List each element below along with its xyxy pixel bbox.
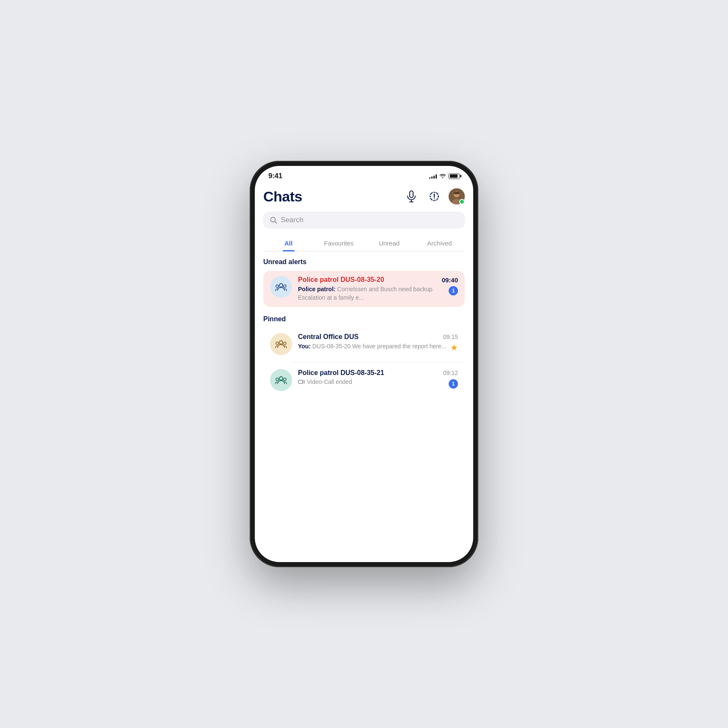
alert-bell-button[interactable] xyxy=(426,188,443,205)
video-call-preview: Video-Call ended xyxy=(298,378,352,385)
svg-point-13 xyxy=(279,341,283,344)
chat-preview-central: You: DUS-08-35-20 We have prepared the r… xyxy=(298,342,446,351)
battery-icon xyxy=(449,174,460,179)
svg-point-11 xyxy=(276,285,279,287)
chat-item-police-patrol-alert[interactable]: Police patrol DUS-08-35-20 09:40 Police … xyxy=(263,271,465,307)
chat-meta-patrol21: Video-Call ended 1 xyxy=(298,378,458,389)
online-status-dot xyxy=(459,199,465,204)
tab-favourites[interactable]: Favourites xyxy=(314,236,364,251)
unread-badge-alert: 1 xyxy=(449,286,458,295)
unread-alerts-label: Unread alerts xyxy=(263,258,465,266)
pinned-label: Pinned xyxy=(263,315,465,323)
chat-name-alert: Police patrol DUS-08-35-20 xyxy=(298,276,384,284)
status-time: 9:41 xyxy=(268,172,282,180)
tab-archived[interactable]: Archived xyxy=(414,236,465,251)
app-content: Chats xyxy=(255,184,473,562)
chat-content-alert: Police patrol DUS-08-35-20 09:40 Police … xyxy=(298,276,458,302)
chat-list: Unread alerts xyxy=(263,251,465,562)
chat-header-patrol21: Police patrol DUS-08-35-21 09:12 xyxy=(298,369,458,377)
alert-bell-icon xyxy=(429,191,440,202)
group-icon-central xyxy=(275,339,287,349)
chat-name-central: Central Office DUS xyxy=(298,333,358,341)
unread-badge-patrol21: 1 xyxy=(449,379,458,389)
chat-content-patrol-21: Police patrol DUS-08-35-21 09:12 Video-C… xyxy=(298,369,458,389)
svg-point-15 xyxy=(284,342,286,345)
divider xyxy=(291,362,465,362)
chat-name-patrol21: Police patrol DUS-08-35-21 xyxy=(298,369,384,377)
chat-item-central-office[interactable]: Central Office DUS 09:15 You: DUS-08-35-… xyxy=(263,328,465,360)
page-title: Chats xyxy=(263,188,302,205)
svg-point-17 xyxy=(276,378,279,381)
chat-time-alert: 09:40 xyxy=(442,276,458,284)
header: Chats xyxy=(263,184,465,212)
header-actions xyxy=(403,188,465,205)
svg-point-4 xyxy=(434,198,435,199)
chat-meta-alert: Police patrol: Cornelssen and Busch need… xyxy=(298,285,458,302)
video-call-text: Video-Call ended xyxy=(307,378,352,385)
chat-time-patrol21: 09:12 xyxy=(443,370,458,376)
chat-avatar-central-office xyxy=(270,333,292,355)
chat-avatar-alert xyxy=(270,276,292,298)
status-bar: 9:41 xyxy=(255,166,473,184)
microphone-button[interactable] xyxy=(403,188,420,205)
chat-preview-alert: Police patrol: Cornelssen and Busch need… xyxy=(298,285,449,302)
chat-time-central: 09:15 xyxy=(443,334,458,340)
svg-point-14 xyxy=(276,342,279,345)
svg-point-9 xyxy=(271,217,276,222)
svg-rect-19 xyxy=(298,380,303,383)
starred-icon: ★ xyxy=(450,342,458,353)
svg-point-16 xyxy=(279,377,283,380)
group-icon-alert xyxy=(275,282,287,292)
user-avatar-button[interactable] xyxy=(449,188,465,204)
status-icons xyxy=(429,173,460,179)
svg-point-12 xyxy=(284,285,286,287)
wifi-icon xyxy=(439,173,446,179)
search-bar[interactable]: Search xyxy=(263,212,465,229)
filter-tabs: All Favourites Unread Archived xyxy=(263,236,465,251)
phone-screen: 9:41 xyxy=(255,166,473,562)
group-icon-patrol21 xyxy=(275,375,287,385)
chat-header-central: Central Office DUS 09:15 xyxy=(298,333,458,341)
svg-point-10 xyxy=(279,284,283,287)
chat-item-police-patrol-21[interactable]: Police patrol DUS-08-35-21 09:12 Video-C… xyxy=(263,364,465,396)
chat-header-alert: Police patrol DUS-08-35-20 09:40 xyxy=(298,276,458,284)
search-placeholder: Search xyxy=(281,216,303,224)
svg-rect-8 xyxy=(454,192,460,194)
microphone-icon xyxy=(407,190,416,202)
chat-avatar-patrol-21 xyxy=(270,369,292,391)
video-call-icon xyxy=(298,379,305,384)
signal-icon xyxy=(429,174,437,179)
chat-meta-central: You: DUS-08-35-20 We have prepared the r… xyxy=(298,342,458,353)
phone-frame: 9:41 xyxy=(250,161,478,567)
svg-rect-0 xyxy=(410,191,413,198)
chat-content-central-office: Central Office DUS 09:15 You: DUS-08-35-… xyxy=(298,333,458,353)
search-icon xyxy=(270,217,277,224)
tab-all[interactable]: All xyxy=(263,236,314,251)
tab-unread[interactable]: Unread xyxy=(364,236,414,251)
svg-point-18 xyxy=(284,378,286,381)
